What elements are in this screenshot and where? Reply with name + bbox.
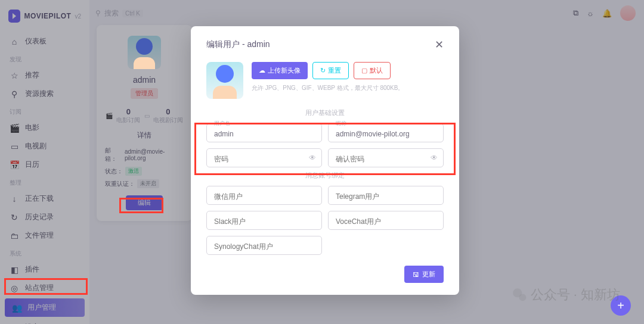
section-bind: 消息账号绑定	[206, 171, 444, 180]
edit-user-modal: 编辑用户 - admin ✕ ☁上传新头像 ↻重置 ▢默认 允许 JPG、PNG…	[191, 26, 459, 295]
refresh-icon: ↻	[320, 67, 326, 74]
close-icon[interactable]: ✕	[435, 38, 444, 51]
vocechat-field[interactable]	[328, 211, 444, 230]
cloud-icon: ☁	[259, 67, 265, 74]
eye-icon[interactable]: 👁	[431, 154, 438, 162]
password-field[interactable]: 👁	[206, 148, 322, 167]
upload-avatar-button[interactable]: ☁上传新头像	[252, 62, 308, 79]
image-icon: ▢	[361, 67, 367, 74]
telegram-field[interactable]	[328, 186, 444, 205]
default-button[interactable]: ▢默认	[354, 62, 391, 79]
modal-avatar	[206, 62, 243, 99]
section-basic: 用户基础设置	[206, 108, 444, 117]
nickname-field[interactable]: 昵称	[328, 123, 444, 142]
add-fab[interactable]: +	[611, 295, 631, 316]
synology-field[interactable]	[206, 236, 322, 255]
save-icon: 🖫	[413, 271, 419, 278]
slack-field[interactable]	[206, 211, 322, 230]
update-button[interactable]: 🖫更新	[404, 266, 444, 283]
modal-title: 编辑用户 - admin	[206, 39, 270, 50]
upload-hint: 允许 JPG、PNG、GIF、WEBP 格式，最大尺寸 800KB。	[252, 84, 404, 92]
reset-button[interactable]: ↻重置	[312, 62, 349, 79]
username-field[interactable]: 用户名	[206, 123, 322, 142]
eye-icon[interactable]: 👁	[309, 154, 316, 162]
confirm-password-field[interactable]: 👁	[328, 148, 444, 167]
plus-icon: +	[617, 299, 624, 313]
wechat-field[interactable]	[206, 186, 322, 205]
